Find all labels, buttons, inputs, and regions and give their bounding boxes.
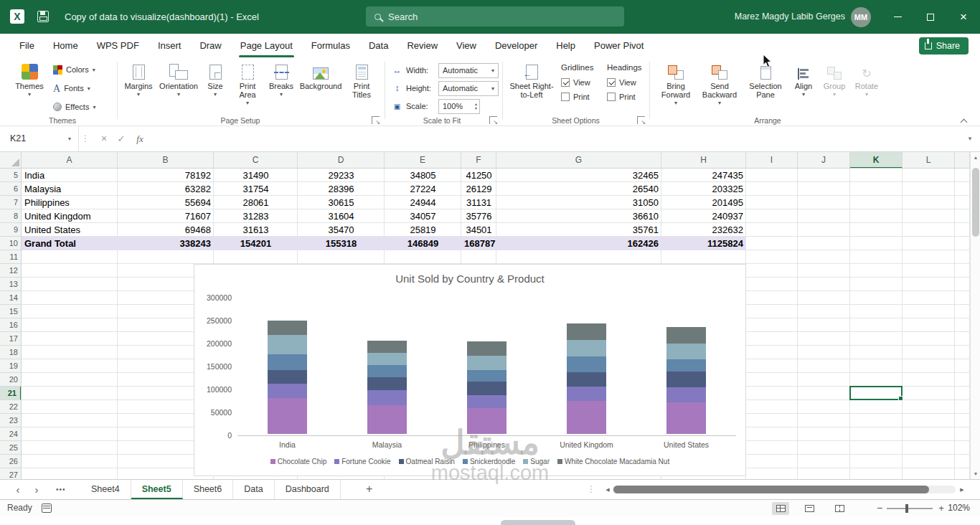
row-header-26[interactable]: 26 <box>0 455 22 468</box>
cell-E8[interactable]: 34057 <box>385 209 461 223</box>
cell-G6[interactable]: 26540 <box>496 182 661 196</box>
menu-tab-insert[interactable]: Insert <box>149 34 191 57</box>
row-header-8[interactable]: 8 <box>0 209 22 223</box>
menu-tab-help[interactable]: Help <box>547 34 585 57</box>
menu-tab-developer[interactable]: Developer <box>486 34 547 57</box>
height-dropdown[interactable]: Automatic ▾ <box>438 81 499 96</box>
sheet-options-dialog-launcher[interactable]: ↘ <box>637 116 645 124</box>
sheet-rtl-button[interactable]: ← Sheet Right-to-Left <box>509 60 554 99</box>
maximize-button[interactable] <box>914 0 947 34</box>
cell-C9[interactable]: 31613 <box>214 223 298 237</box>
select-all-corner[interactable] <box>0 152 22 169</box>
menu-tab-formulas[interactable]: Formulas <box>302 34 359 57</box>
normal-view-button[interactable] <box>772 502 789 515</box>
row-header-10[interactable]: 10 <box>0 237 22 250</box>
column-header-A[interactable]: A <box>22 152 118 169</box>
formula-bar-expand-icon[interactable]: ▾ <box>963 126 977 151</box>
cell-C8[interactable]: 31283 <box>214 209 298 223</box>
effects-button[interactable]: Effects ▾ <box>53 99 95 115</box>
column-header-G[interactable]: G <box>496 152 661 169</box>
cell-D6[interactable]: 28396 <box>298 182 385 196</box>
column-header-I[interactable]: I <box>746 152 798 169</box>
cell-B7[interactable]: 55694 <box>118 196 214 209</box>
cell-F6[interactable]: 26129 <box>461 182 496 196</box>
menu-tab-review[interactable]: Review <box>397 34 447 57</box>
cell-G7[interactable]: 31050 <box>496 196 661 209</box>
cell-E10[interactable]: 146849 <box>385 237 461 250</box>
scroll-up-icon[interactable]: ▲ <box>971 152 980 163</box>
row-header-16[interactable]: 16 <box>0 318 22 332</box>
themes-button[interactable]: Themes ▾ <box>10 60 49 98</box>
column-header-B[interactable]: B <box>118 152 214 169</box>
vertical-scrollbar-thumb[interactable] <box>972 168 979 237</box>
cell-C10[interactable]: 154201 <box>214 237 298 250</box>
selected-cell[interactable] <box>849 386 903 400</box>
sheet-tab-data[interactable]: Data <box>233 480 274 499</box>
chart-legend-item[interactable]: Sugar <box>523 458 550 465</box>
cell-B8[interactable]: 71607 <box>118 209 214 223</box>
cell-D8[interactable]: 31604 <box>298 209 385 223</box>
formula-input[interactable] <box>152 126 961 151</box>
cell-B9[interactable]: 69468 <box>118 223 214 237</box>
bring-forward-button[interactable]: Bring Forward ▾ <box>656 60 696 106</box>
row-header-5[interactable]: 5 <box>0 169 22 182</box>
width-dropdown[interactable]: Automatic ▾ <box>438 63 499 78</box>
sheet-tab-sheet6[interactable]: Sheet6 <box>183 480 234 499</box>
chart-legend-item[interactable]: Snickerdoodle <box>463 458 515 465</box>
row-header-17[interactable]: 17 <box>0 332 22 346</box>
size-button[interactable]: Size ▾ <box>201 60 230 98</box>
row-header-20[interactable]: 20 <box>0 373 22 387</box>
row-header-22[interactable]: 22 <box>0 400 22 414</box>
cell-E6[interactable]: 27224 <box>385 182 461 196</box>
menu-tab-home[interactable]: Home <box>44 34 88 57</box>
row-header-11[interactable]: 11 <box>0 250 22 264</box>
sheet-tab-dashboard[interactable]: Dashboard <box>275 480 341 499</box>
column-header-J[interactable]: J <box>798 152 850 169</box>
scale-to-fit-dialog-launcher[interactable]: ↘ <box>489 116 497 124</box>
page-break-view-button[interactable] <box>831 502 848 515</box>
align-button[interactable]: Align ▾ <box>789 60 818 98</box>
cell-H6[interactable]: 203325 <box>661 182 746 196</box>
row-header-21[interactable]: 21 <box>0 387 22 400</box>
column-header-C[interactable]: C <box>214 152 298 169</box>
gridlines-print-checkbox[interactable]: Print <box>561 93 593 101</box>
chart-bar-united-states[interactable] <box>666 327 706 434</box>
row-header-9[interactable]: 9 <box>0 223 22 237</box>
orientation-button[interactable]: Orientation ▾ <box>158 60 199 98</box>
chart-bar-india[interactable] <box>268 321 307 434</box>
next-sheet-button[interactable]: › <box>29 480 44 499</box>
headings-print-checkbox[interactable]: Print <box>607 93 642 101</box>
row-header-18[interactable]: 18 <box>0 346 22 359</box>
cell-G10[interactable]: 162426 <box>496 237 661 250</box>
menu-tab-wps-pdf[interactable]: WPS PDF <box>88 34 149 57</box>
cell-G8[interactable]: 36610 <box>496 209 661 223</box>
cell-H5[interactable]: 247435 <box>661 169 746 182</box>
scroll-right-icon[interactable]: ▶ <box>957 480 967 499</box>
margins-button[interactable]: Margins ▾ <box>121 60 156 98</box>
cell-C6[interactable]: 31754 <box>214 182 298 196</box>
row-header-12[interactable]: 12 <box>0 264 22 278</box>
cell-D10[interactable]: 155318 <box>298 237 385 250</box>
menu-tab-file[interactable]: File <box>10 34 44 57</box>
prev-sheet-button[interactable]: ‹ <box>10 480 26 499</box>
cancel-icon[interactable]: × <box>96 126 112 151</box>
background-button[interactable]: Background <box>298 60 343 90</box>
cell-F7[interactable]: 31131 <box>461 196 496 209</box>
cell-F8[interactable]: 35776 <box>461 209 496 223</box>
chart[interactable]: Unit Sold by Country & Product Chocolate… <box>194 264 746 476</box>
send-backward-button[interactable]: Send Backward ▾ <box>697 60 742 106</box>
chart-legend-item[interactable]: Chocolate Chip <box>270 458 326 465</box>
zoom-out-button[interactable]: − <box>874 500 885 516</box>
minimize-button[interactable] <box>881 0 914 34</box>
menu-tab-data[interactable]: Data <box>359 34 397 57</box>
cell-D7[interactable]: 30615 <box>298 196 385 209</box>
menu-tab-view[interactable]: View <box>447 34 486 57</box>
column-header-L[interactable]: L <box>903 152 955 169</box>
row-header-25[interactable]: 25 <box>0 441 22 455</box>
horizontal-scrollbar-thumb[interactable] <box>613 486 929 493</box>
cell-F5[interactable]: 41250 <box>461 169 496 182</box>
cell-C5[interactable]: 31490 <box>214 169 298 182</box>
menu-tab-draw[interactable]: Draw <box>190 34 230 57</box>
page-setup-dialog-launcher[interactable]: ↘ <box>372 116 380 124</box>
share-button[interactable]: Share <box>919 37 969 55</box>
